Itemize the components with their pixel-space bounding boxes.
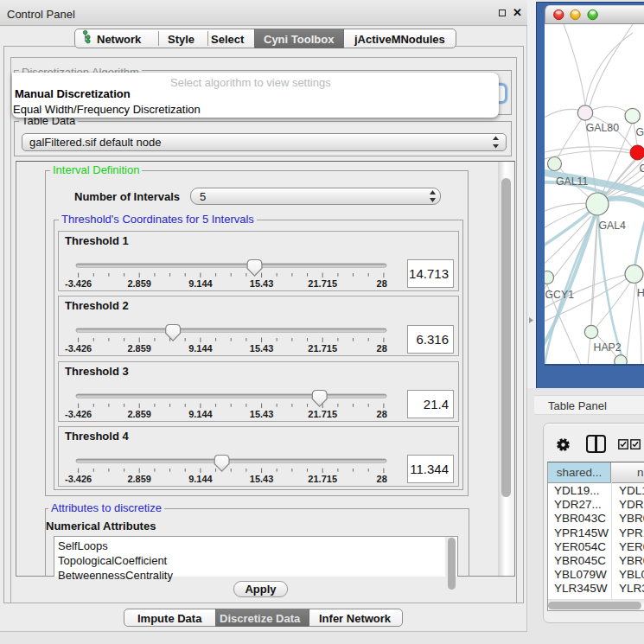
svg-text:15.43: 15.43 bbox=[250, 278, 274, 289]
svg-text:28: 28 bbox=[377, 343, 387, 354]
svg-text:2.859: 2.859 bbox=[127, 474, 151, 484]
svg-text:28: 28 bbox=[377, 409, 387, 419]
svg-text:15.43: 15.43 bbox=[250, 409, 274, 419]
svg-text:21.715: 21.715 bbox=[308, 278, 337, 289]
svg-text:21.715: 21.715 bbox=[308, 474, 337, 484]
svg-text:GAL80: GAL80 bbox=[586, 122, 619, 134]
svg-text:2.859: 2.859 bbox=[127, 343, 151, 354]
svg-text:GAL4: GAL4 bbox=[599, 220, 627, 232]
svg-text:HI: HI bbox=[637, 287, 644, 299]
svg-text:15.43: 15.43 bbox=[250, 474, 274, 484]
svg-text:28: 28 bbox=[377, 474, 387, 484]
svg-text:HAP2: HAP2 bbox=[594, 341, 622, 354]
svg-text:-3.426: -3.426 bbox=[65, 409, 92, 419]
svg-text:15.43: 15.43 bbox=[250, 343, 274, 354]
svg-text:-3.426: -3.426 bbox=[65, 343, 92, 354]
svg-text:9.144: 9.144 bbox=[188, 278, 213, 289]
svg-text:GCY1: GCY1 bbox=[545, 289, 575, 301]
svg-text:CY: CY bbox=[640, 163, 644, 175]
svg-text:2.859: 2.859 bbox=[127, 278, 151, 289]
svg-text:GAL11: GAL11 bbox=[556, 175, 589, 188]
svg-text:9.144: 9.144 bbox=[188, 343, 213, 354]
svg-text:-3.426: -3.426 bbox=[65, 474, 92, 484]
svg-text:2.859: 2.859 bbox=[127, 409, 151, 419]
svg-text:21.715: 21.715 bbox=[308, 343, 337, 354]
svg-text:9.144: 9.144 bbox=[188, 409, 213, 419]
svg-text:21.715: 21.715 bbox=[308, 409, 337, 419]
svg-text:28: 28 bbox=[377, 278, 387, 289]
svg-text:9.144: 9.144 bbox=[188, 474, 213, 484]
svg-text:-3.426: -3.426 bbox=[65, 278, 92, 289]
svg-text:GA: GA bbox=[636, 126, 644, 138]
